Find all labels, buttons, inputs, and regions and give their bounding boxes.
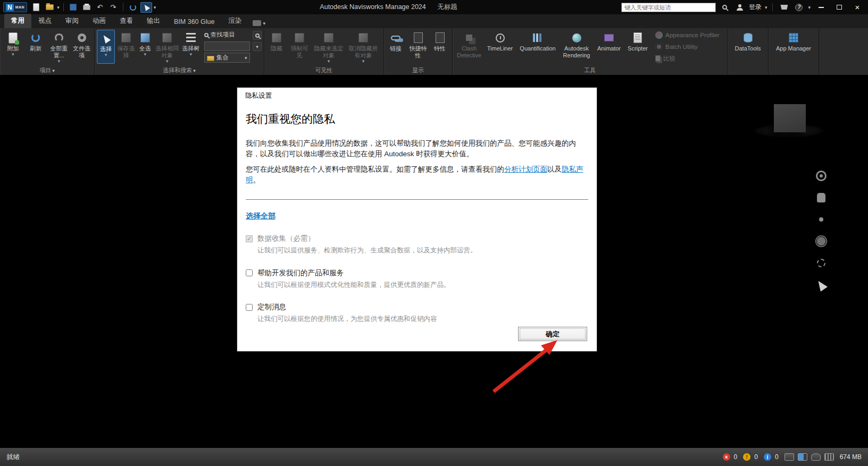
minimize-icon [819,7,824,8]
open-file-button[interactable] [44,2,55,13]
app-manager-button[interactable]: App Manager [771,30,816,64]
select-tool-quick-button[interactable] [140,2,152,13]
ribbon-spacer [819,28,868,75]
quick-properties-button[interactable]: 快捷特性 [406,30,430,64]
datatools-button[interactable]: DataTools [730,30,765,64]
look-button[interactable] [814,257,828,269]
maximize-button[interactable] [832,2,847,13]
select-nav-button[interactable] [814,278,828,291]
status-bar: 就绪 × 0 ! 0 i 0 674 MB [0,448,868,466]
animator-button[interactable]: Animator [594,30,624,64]
tab-viewpoint[interactable]: 视点 [31,14,59,28]
tab-bim360glue[interactable]: BIM 360 Glue [167,15,221,28]
tab-render[interactable]: 渲染 [221,14,248,28]
tab-output[interactable]: 输出 [140,14,167,28]
tab-extra-dropdown[interactable]: ▾ [248,18,270,28]
batch-utility-button: Batch Utility [654,41,721,52]
file-options-button[interactable]: 文件选项 [71,30,92,64]
title-bar: N MAN ▾ ↶ ↷ ▾ Autodesk Navisworks Manage… [0,0,868,14]
group-label-display[interactable]: 显示 [384,66,452,75]
sign-in-link[interactable]: 登录 [749,3,762,12]
ok-button[interactable]: 确定 [518,327,587,341]
option-label: 数据收集（必需） [257,234,315,243]
help-button[interactable]: ? [793,2,805,13]
print-button[interactable] [81,2,93,13]
selection-tree-button[interactable]: 选择树 ▾ [181,30,201,64]
sets-dropdown[interactable]: 集合 ▾ [204,53,250,63]
app-menu-button[interactable]: N MAN [3,2,27,12]
app-manager-icon [789,33,798,43]
caret-down-icon: ▾ [105,53,107,57]
steering-wheel-button[interactable] [814,170,828,182]
batch-utility-icon [655,43,663,50]
status-right: × 0 ! 0 i 0 674 MB [723,453,862,461]
performance-pencil-icon[interactable] [798,453,807,461]
datatools-icon [744,33,753,43]
gear-icon [78,33,86,42]
zoom-button[interactable] [814,213,828,226]
find-items-input[interactable] [204,41,250,51]
error-indicator-icon[interactable]: × [723,453,730,461]
find-options-button[interactable]: ▾ [253,42,262,51]
tab-animation[interactable]: 动画 [86,14,113,28]
viewport-3d[interactable]: 隐私设置 我们重视您的隐私 我们向您收集我们产品使用情况的数据，这可以帮助我们了… [0,75,868,448]
autodesk-rendering-button[interactable]: Autodesk Rendering [560,30,593,64]
sign-in-caret-icon[interactable]: ▾ [765,5,767,10]
account-button[interactable] [734,2,746,13]
open-caret-icon[interactable]: ▾ [57,5,60,10]
option-product-development: 帮助开发我们的产品和服务 让我们可以根据使用模式优化性能和质量，提供更优质的新产… [246,268,588,290]
analytics-program-link[interactable]: 分析计划页面 [504,165,547,173]
timeliner-button[interactable]: TimeLiner [485,30,515,64]
select-cursor-icon [101,33,111,43]
search-icon [255,33,260,38]
app-store-button[interactable] [778,2,790,13]
scripter-button[interactable]: Scripter [625,30,650,64]
search-button[interactable] [719,2,731,13]
orbit-button[interactable] [814,235,828,248]
select-button[interactable]: 选择 ▾ [97,30,115,64]
memory-gauge-icon[interactable] [824,453,834,461]
unhide-all-button: 取消隐藏所有对象 ▾ [346,30,380,64]
close-button[interactable]: × [850,2,865,13]
checkbox-product-development[interactable] [246,269,253,276]
quantification-button[interactable]: Quantification [516,30,559,64]
sheet-browser-icon[interactable] [784,453,794,461]
select-all-link[interactable]: 选择全部 [246,211,276,221]
tab-view[interactable]: 查看 [113,14,140,28]
undo-button[interactable]: ↶ [94,2,106,13]
camera-tab-icon [253,20,261,26]
properties-button[interactable]: 特性 [431,30,449,64]
find-next-button[interactable] [253,31,262,40]
find-items-button[interactable]: 查找项目 [204,30,250,40]
group-label-project[interactable]: 项目▾ [0,66,94,75]
unhide-all-icon [358,33,368,43]
disk-usage-icon[interactable] [811,453,821,461]
refresh-quick-button[interactable] [127,2,139,13]
group-label-visibility[interactable]: 可见性 [264,66,383,75]
option-description: 让我们可以根据您的使用情况，为您提供专属优惠和促销内容 [257,315,588,324]
group-label-tools[interactable]: 工具 [453,66,727,75]
checkbox-custom-messages[interactable] [246,304,253,311]
group-label-select-search[interactable]: 选择和搜索▾ [95,66,264,75]
new-file-button[interactable] [30,2,42,13]
tab-review[interactable]: 审阅 [59,14,86,28]
info-indicator-icon[interactable]: i [764,453,771,461]
hide-icon [272,33,281,43]
document-title-label: 无标题 [437,3,457,11]
steering-wheel-icon [816,171,827,181]
look-around-icon [817,259,825,267]
reset-all-button[interactable]: 全部重置... ▾ [48,30,71,64]
select-all-button[interactable]: 全选 ▾ [137,30,153,64]
append-icon [9,32,18,44]
minimize-button[interactable] [814,2,829,13]
save-button[interactable] [68,2,79,13]
refresh-button[interactable]: 刷新 [25,30,47,64]
warning-indicator-icon[interactable]: ! [743,453,750,461]
tab-home[interactable]: 常用 [4,14,31,28]
search-input[interactable] [621,3,716,12]
redo-button[interactable]: ↷ [107,2,119,13]
append-button[interactable]: 附加 ▾ [2,30,24,64]
help-caret-icon[interactable]: ▾ [808,5,811,10]
pan-button[interactable] [814,191,828,204]
links-button[interactable]: 链接 [386,30,405,64]
